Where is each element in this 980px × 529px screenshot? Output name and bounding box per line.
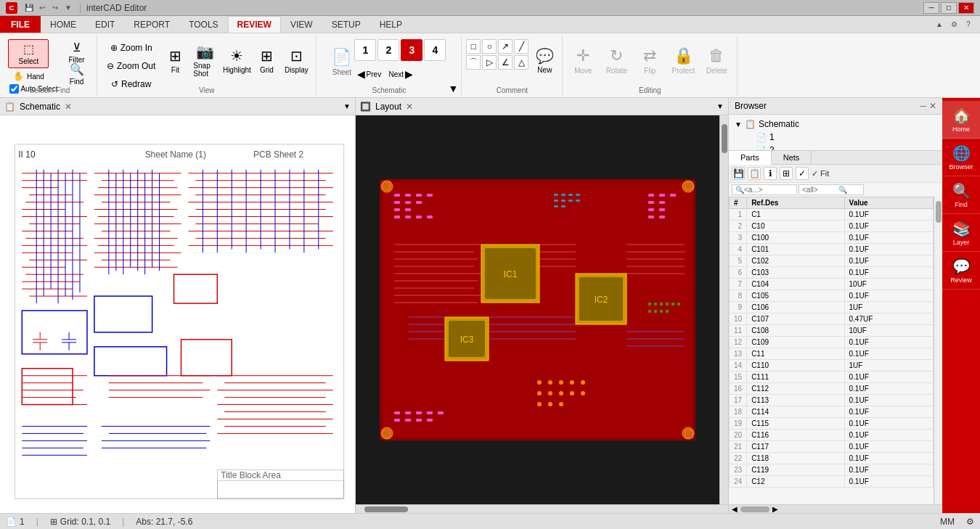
tab-edit[interactable]: EDIT — [86, 16, 124, 33]
copy-parts-btn[interactable]: 📋 — [748, 167, 761, 180]
tab-review[interactable]: REVIEW — [228, 16, 281, 33]
tab-nets[interactable]: Nets — [772, 151, 812, 164]
highlight-button[interactable]: ☀ Highlight — [221, 39, 252, 81]
save-quick-btn[interactable]: 💾 — [23, 2, 35, 14]
new-comment-button[interactable]: 💬 New — [531, 39, 558, 81]
fit-button[interactable]: ⊞ Fit — [162, 39, 188, 81]
table-row[interactable]: 12 C109 0.1UF — [730, 337, 934, 348]
tab-setup[interactable]: SETUP — [322, 16, 370, 33]
move-button[interactable]: ✛ Move — [567, 39, 599, 81]
ribbon-settings-btn[interactable]: ⚙ — [948, 19, 960, 30]
v-scroll-thumb[interactable] — [722, 124, 727, 153]
table-row[interactable]: 13 C11 0.1UF — [730, 348, 934, 360]
status-settings-icon[interactable]: ⚙ — [966, 517, 974, 527]
tab-home[interactable]: HOME — [41, 16, 86, 33]
select-button[interactable]: ⬚ Select — [8, 39, 49, 68]
filter-button[interactable]: ⊻ Filter — [62, 42, 91, 62]
sheet-4-btn[interactable]: 4 — [424, 39, 446, 61]
comment-tri-btn[interactable]: △ — [514, 55, 528, 70]
table-row[interactable]: 4 C101 0.1UF — [730, 244, 934, 255]
schematic-panel-close[interactable]: ✕ — [65, 102, 72, 112]
table-row[interactable]: 23 C119 0.1UF — [730, 464, 934, 476]
flip-button[interactable]: ⇄ Flip — [634, 39, 666, 81]
comment-circle-btn[interactable]: ○ — [482, 39, 497, 54]
sheet-3-btn[interactable]: 3 — [401, 39, 422, 61]
table-row[interactable]: 18 C114 0.1UF — [730, 406, 934, 418]
prev-button[interactable]: ◀ Prev — [354, 64, 383, 84]
grid-button[interactable]: ⊞ Grid — [253, 39, 279, 81]
next-button[interactable]: Next ▶ — [386, 64, 415, 84]
h-scroll-thumb[interactable] — [364, 507, 408, 512]
sidebar-review-btn[interactable]: 💬 Review — [942, 252, 980, 290]
snap-shot-button[interactable]: 📷 Snap Shot — [189, 39, 220, 81]
parts-h-scroll-thumb[interactable] — [740, 507, 769, 512]
close-btn[interactable]: ✕ — [958, 2, 974, 14]
tab-view[interactable]: VIEW — [281, 16, 322, 33]
table-row[interactable]: 19 C115 0.1UF — [730, 418, 934, 430]
sidebar-find-btn[interactable]: 🔍 Find — [942, 176, 980, 214]
protect-button[interactable]: 🔒 Protect — [667, 39, 699, 81]
save-parts-btn[interactable]: 💾 — [732, 167, 745, 180]
browser-close-btn[interactable]: ✕ — [929, 101, 936, 111]
comment-line-btn[interactable]: ╱ — [514, 39, 528, 54]
schematic-canvas[interactable]: Title Block Area — [0, 115, 355, 513]
qa-dropdown-btn[interactable]: ▼ — [62, 2, 74, 14]
table-row[interactable]: 8 C105 0.1UF — [730, 290, 934, 302]
rotate-button[interactable]: ↻ Rotate — [600, 39, 632, 81]
ribbon-collapse-btn[interactable]: ▲ — [934, 19, 945, 30]
fit-parts-btn[interactable]: ✓ Fit — [812, 169, 829, 179]
table-row[interactable]: 1 C1 0.1UF — [730, 209, 934, 221]
grid-parts-btn[interactable]: ⊞ — [780, 167, 793, 180]
sidebar-layer-btn[interactable]: 📚 Layer — [942, 214, 980, 252]
layout-panel-close[interactable]: ✕ — [406, 102, 413, 112]
maximize-btn[interactable]: □ — [941, 2, 957, 14]
auto-select-checkbox[interactable] — [9, 84, 19, 94]
table-row[interactable]: 14 C110 1UF — [730, 360, 934, 372]
redo-quick-btn[interactable]: ↪ — [49, 2, 61, 14]
minimize-btn[interactable]: ─ — [923, 2, 939, 14]
table-row[interactable]: 3 C100 0.1UF — [730, 232, 934, 244]
table-row[interactable]: 7 C104 10UF — [730, 279, 934, 290]
parts-scroll-thumb[interactable] — [936, 201, 942, 223]
display-button[interactable]: ⊡ Display — [281, 39, 311, 81]
delete-button[interactable]: 🗑 Delete — [701, 39, 732, 81]
table-row[interactable]: 21 C117 0.1UF — [730, 441, 934, 453]
table-row[interactable]: 5 C102 0.1UF — [730, 255, 934, 267]
ribbon-help-btn[interactable]: ? — [963, 19, 974, 30]
sidebar-home-btn[interactable]: 🏠 Home — [942, 101, 980, 139]
tree-item-1[interactable]: 📄 1 — [743, 131, 939, 144]
comment-arc-btn[interactable]: ⌒ — [466, 55, 481, 70]
hand-button[interactable]: ✋ Hand — [8, 70, 49, 83]
comment-arrow-btn[interactable]: ↗ — [498, 39, 513, 54]
comment-play-btn[interactable]: ▷ — [482, 55, 497, 70]
zoom-out-button[interactable]: ⊖ Zoom Out — [102, 57, 160, 75]
search-ref-box[interactable]: 🔍 — [732, 184, 797, 195]
tab-file[interactable]: FILE — [0, 16, 41, 33]
search-ref-input[interactable] — [744, 186, 788, 194]
comment-angle-btn[interactable]: ∠ — [498, 55, 513, 70]
table-row[interactable]: 11 C108 10UF — [730, 325, 934, 337]
table-row[interactable]: 24 C12 0.1UF — [730, 476, 934, 488]
schematic-group-expand[interactable]: ▼ — [449, 83, 459, 94]
undo-quick-btn[interactable]: ↩ — [36, 2, 48, 14]
sheet-1-btn[interactable]: 1 — [354, 39, 376, 61]
parts-h-scroll-left[interactable]: ◀ — [732, 505, 738, 513]
tab-tools[interactable]: TOOLS — [179, 16, 227, 33]
browser-minimize-btn[interactable]: ─ — [920, 101, 926, 111]
table-row[interactable]: 16 C112 0.1UF — [730, 383, 934, 395]
tab-report[interactable]: REPORT — [124, 16, 179, 33]
tab-parts[interactable]: Parts — [729, 151, 772, 165]
table-row[interactable]: 15 C111 0.1UF — [730, 372, 934, 383]
table-row[interactable]: 10 C107 0.47UF — [730, 313, 934, 325]
sheet-2-btn[interactable]: 2 — [377, 39, 399, 61]
table-row[interactable]: 9 C106 1UF — [730, 302, 934, 313]
info-parts-btn[interactable]: ℹ — [764, 167, 777, 180]
layout-v-scroll[interactable] — [719, 115, 728, 504]
parts-h-scroll[interactable]: ◀ ▶ — [729, 504, 942, 513]
table-row[interactable]: 2 C10 0.1UF — [730, 221, 934, 232]
tree-item-2[interactable]: 📄 2 — [743, 144, 939, 150]
zoom-in-button[interactable]: ⊕ Zoom In — [102, 39, 160, 57]
parts-h-scroll-right[interactable]: ▶ — [772, 505, 778, 513]
search-val-box[interactable]: 🔍 — [799, 184, 864, 195]
table-row[interactable]: 6 C103 0.1UF — [730, 267, 934, 279]
